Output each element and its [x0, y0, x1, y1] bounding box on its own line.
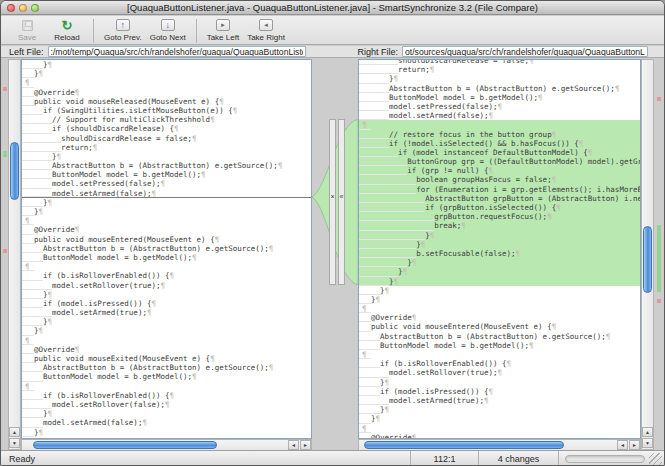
code-line: ButtonModel model = b.getModel();¶ — [22, 372, 311, 381]
code-line: }¶ — [359, 378, 640, 387]
code-line: }¶ — [359, 231, 640, 240]
progress-indicator — [565, 455, 645, 463]
code-line: b.setFocusable(false);¶ — [359, 249, 640, 258]
code-line: AbstractButton b = (AbstractButton) e.ge… — [22, 244, 311, 253]
code-line: // restore focus in the button group¶ — [359, 130, 640, 139]
code-line: if (b.isRolloverEnabled()) {¶ — [22, 271, 311, 280]
code-line: }¶ — [22, 326, 311, 335]
zoom-button[interactable] — [31, 4, 39, 12]
toolbar-separator — [93, 19, 94, 43]
code-line: model.setPressed(false);¶ — [22, 179, 311, 188]
reload-button[interactable]: ↻ Reload — [47, 18, 87, 42]
right-vertical-scrollbar[interactable]: ▲ ▼ — [641, 59, 654, 450]
code-line: public void mouseEntered(MouseEvent e) {… — [22, 235, 311, 244]
left-hscroll-thumb[interactable] — [33, 441, 217, 449]
take-left-button[interactable]: ► Take Left — [203, 18, 243, 42]
app-window: [QuaquaButtonListener.java - QuaquaButto… — [0, 0, 665, 466]
code-line: }¶ — [22, 409, 311, 418]
code-line: @Override¶ — [22, 88, 311, 97]
code-line: }¶ — [22, 207, 311, 216]
code-line: if (!model.isSelected() && b.hasFocus())… — [359, 139, 640, 148]
toolbar: Save ↻ Reload ↑ Goto Prev. ↓ Goto Next ►… — [1, 16, 664, 45]
resize-grip[interactable] — [649, 453, 662, 466]
left-code-pane[interactable]: }¶ }¶¶ @Override¶ public void mouseRelea… — [21, 59, 312, 439]
save-button[interactable]: Save — [7, 18, 47, 42]
code-line: ButtonModel model = b.getModel();¶ — [359, 341, 640, 350]
left-code-lines: }¶ }¶¶ @Override¶ public void mouseRelea… — [22, 60, 311, 437]
close-button[interactable] — [7, 4, 15, 12]
right-scroll-up-button[interactable]: ▲ — [642, 427, 653, 437]
code-line: if (grp != null) {¶ — [359, 166, 640, 175]
code-line: public void mouseExited(MouseEvent e) {¶ — [22, 354, 311, 363]
code-line: }¶ — [22, 428, 311, 437]
left-vertical-scrollbar[interactable]: ▲ ▼ — [8, 59, 21, 450]
overview-tick-red — [657, 299, 661, 303]
minimize-button[interactable] — [19, 4, 27, 12]
code-line: ¶ — [359, 304, 640, 313]
code-line: ¶ — [22, 382, 311, 391]
code-line: boolean groupHasFocus = false;¶ — [359, 175, 640, 184]
code-line: ¶ — [22, 78, 311, 87]
code-line: model.setArmed(false);¶ — [22, 189, 311, 198]
reload-icon: ↻ — [62, 18, 73, 32]
overview-tick-red — [3, 87, 7, 91]
change-strip-left: × — [329, 119, 336, 285]
left-scroll-down-button[interactable]: ▼ — [9, 438, 20, 448]
code-line: }¶ — [22, 198, 311, 207]
code-line: }¶ — [22, 69, 311, 78]
code-line: model.setArmed(false);¶ — [359, 111, 640, 120]
right-scroll-left-button[interactable]: ◄ — [617, 440, 628, 450]
status-bar: Ready 112:1 4 changes — [1, 450, 664, 466]
goto-next-button[interactable]: ↓ Goto Next — [146, 18, 190, 42]
remove-change-button[interactable]: × — [330, 190, 335, 202]
code-line: model.setRollover(true);¶ — [22, 281, 311, 290]
code-line: if (model.isPressed()) {¶ — [22, 299, 311, 308]
left-scroll-left-button[interactable]: ◄ — [288, 440, 299, 450]
code-line: @Override¶ — [359, 313, 640, 322]
code-line: AbstractButton b = (AbstractButton) e.ge… — [359, 332, 640, 341]
code-line: }¶ — [359, 405, 640, 414]
goto-prev-button[interactable]: ↑ Goto Prev. — [100, 18, 146, 42]
right-scroll-right-button[interactable]: ► — [629, 440, 640, 450]
window-title: [QuaquaButtonListener.java - QuaquaButto… — [1, 2, 664, 13]
code-line: model.setRollover(true);¶ — [359, 368, 640, 377]
code-line: ¶ — [359, 120, 640, 129]
code-line: if (grpButton.isSelected()) {¶ — [359, 203, 640, 212]
take-left-icon: ► — [216, 18, 230, 32]
code-line: AbstractButton b = (AbstractButton) e.ge… — [22, 363, 311, 372]
left-vscroll-thumb[interactable] — [10, 142, 19, 200]
change-strip-right: « — [338, 119, 345, 285]
left-file-path-field[interactable] — [48, 46, 306, 57]
overview-tick-green — [3, 151, 7, 157]
code-line: }¶ — [359, 414, 640, 423]
code-line: }¶ — [22, 60, 311, 69]
code-line: model.setArmed(false);¶ — [22, 418, 311, 427]
code-line: }¶ — [359, 277, 640, 286]
code-line: ButtonModel model = b.getModel();¶ — [22, 253, 311, 262]
code-line: grpButton.requestFocus();¶ — [359, 212, 640, 221]
right-scroll-down-button[interactable]: ▼ — [642, 438, 653, 448]
code-line: }¶ — [22, 317, 311, 326]
right-code-pane[interactable]: shouldDiscardRelease = false;¶ return;¶ … — [358, 59, 641, 439]
code-line: }¶ — [359, 240, 640, 249]
code-line: if (b.isRolloverEnabled()) {¶ — [22, 391, 311, 400]
take-right-icon: ◄ — [259, 18, 273, 32]
right-file-path-field[interactable] — [402, 46, 648, 57]
right-vscroll-thumb[interactable] — [643, 226, 652, 293]
copy-right-to-left-button[interactable]: « — [339, 190, 344, 202]
overview-tick-red — [657, 97, 661, 101]
code-line: AbstractButton b = (AbstractButton) e.ge… — [22, 161, 311, 170]
code-line: model.setArmed(true);¶ — [359, 396, 640, 405]
right-hscroll-thumb[interactable] — [364, 441, 564, 449]
code-line: if (b.isRolloverEnabled()) {¶ — [359, 359, 640, 368]
overview-tick-red — [3, 249, 7, 253]
code-line: if (SwingUtilities.isLeftMouseButton(e))… — [22, 106, 311, 115]
code-line: return;¶ — [22, 143, 311, 152]
take-right-button[interactable]: ◄ Take Right — [243, 18, 289, 42]
window-controls — [7, 4, 39, 12]
goto-next-icon: ↓ — [161, 18, 175, 32]
code-line: }¶ — [359, 286, 640, 295]
left-scroll-right-button[interactable]: ► — [300, 440, 311, 450]
left-scroll-up-button[interactable]: ▲ — [9, 427, 20, 437]
status-message: Ready — [1, 454, 410, 464]
